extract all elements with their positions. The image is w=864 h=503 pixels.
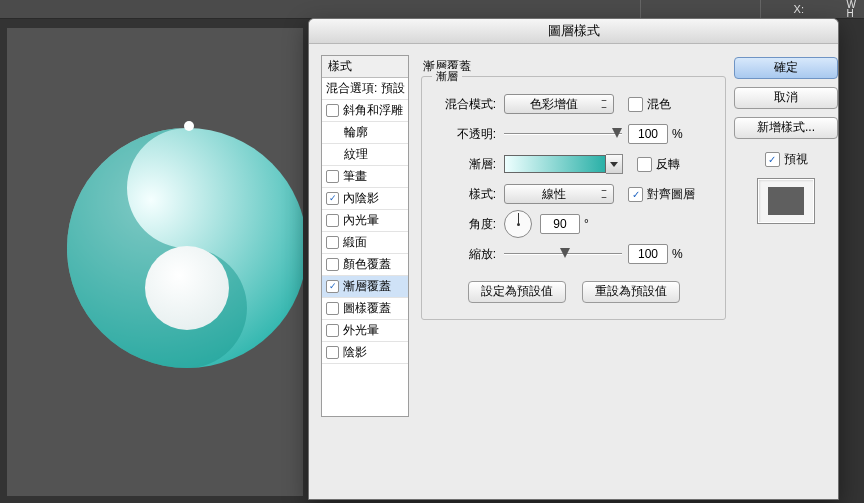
preview-swatch (757, 178, 815, 224)
options-bar: X: WH (0, 0, 864, 19)
make-default-button[interactable]: 設定為預設值 (468, 281, 566, 303)
effect-outer-glow[interactable]: 外光暈 (322, 320, 408, 342)
opacity-input[interactable]: 100 (628, 124, 668, 144)
cancel-button[interactable]: 取消 (734, 87, 838, 109)
effect-contour[interactable]: 輪廓 (322, 122, 408, 144)
effect-inner-shadow[interactable]: 內陰影 (322, 188, 408, 210)
dialog-side-buttons: 確定 取消 新增樣式... 預視 (746, 57, 826, 224)
app-stage: X: WH 圖層樣式 樣式 混合選 (0, 0, 864, 503)
effect-pattern-overlay[interactable]: 圖樣覆蓋 (322, 298, 408, 320)
effect-texture[interactable]: 紋理 (322, 144, 408, 166)
document-canvas[interactable] (7, 28, 303, 496)
blending-options-row[interactable]: 混合選項: 預設 (322, 78, 408, 100)
section-heading: 漸層覆蓋 (423, 59, 726, 74)
reverse-checkbox[interactable] (637, 157, 652, 172)
effect-inner-glow[interactable]: 內光暈 (322, 210, 408, 232)
ok-button[interactable]: 確定 (734, 57, 838, 79)
opacity-slider[interactable] (504, 127, 622, 141)
gradient-dropdown-icon[interactable] (606, 154, 623, 174)
checkbox-icon[interactable] (326, 280, 339, 293)
angle-label: 角度: (432, 216, 496, 233)
checkbox-icon[interactable] (326, 236, 339, 249)
preview-label: 預視 (784, 151, 808, 168)
checkbox-icon[interactable] (326, 346, 339, 359)
svg-point-1 (184, 121, 194, 131)
percent-label: % (672, 247, 683, 261)
gradient-label: 漸層: (432, 156, 496, 173)
angle-input[interactable]: 90 (540, 214, 580, 234)
styles-list: 樣式 混合選項: 預設 斜角和浮雕 輪廓 紋理 筆畫 內陰影 內光暈 緞面 顏色… (321, 55, 409, 417)
fieldset-legend: 漸層 (432, 69, 462, 84)
blend-mode-label: 混合模式: (432, 96, 496, 113)
scale-label: 縮放: (432, 246, 496, 263)
checkbox-icon[interactable] (326, 324, 339, 337)
layer-style-dialog: 圖層樣式 樣式 混合選項: 預設 斜角和浮雕 輪廓 紋理 筆畫 內陰影 內光暈 … (308, 18, 839, 500)
percent-label: % (672, 127, 683, 141)
reverse-label: 反轉 (656, 156, 680, 173)
gradient-fieldset: 漸層 混合模式: 色彩增值 混色 不透明: 100 % 漸層: (421, 76, 726, 320)
scale-slider[interactable] (504, 247, 622, 261)
angle-dial[interactable] (504, 210, 532, 238)
x-coordinate-label: X: (794, 3, 804, 15)
effect-stroke[interactable]: 筆畫 (322, 166, 408, 188)
align-checkbox[interactable] (628, 187, 643, 202)
opacity-label: 不透明: (432, 126, 496, 143)
effect-color-overlay[interactable]: 顏色覆蓋 (322, 254, 408, 276)
gradient-swatch[interactable] (504, 155, 606, 173)
new-style-button[interactable]: 新增樣式... (734, 117, 838, 139)
degree-label: ° (584, 217, 589, 231)
style-select[interactable]: 線性 (504, 184, 614, 204)
align-label: 對齊圖層 (647, 186, 695, 203)
reset-default-button[interactable]: 重設為預設值 (582, 281, 680, 303)
artwork-preview (67, 98, 303, 398)
wh-labels: WH (847, 0, 856, 18)
blend-mode-select[interactable]: 色彩增值 (504, 94, 614, 114)
effect-gradient-overlay[interactable]: 漸層覆蓋 (322, 276, 408, 298)
effect-satin[interactable]: 緞面 (322, 232, 408, 254)
effect-bevel[interactable]: 斜角和浮雕 (322, 100, 408, 122)
dither-checkbox[interactable] (628, 97, 643, 112)
dialog-title: 圖層樣式 (309, 19, 838, 44)
checkbox-icon[interactable] (326, 170, 339, 183)
scale-input[interactable]: 100 (628, 244, 668, 264)
checkbox-icon[interactable] (326, 192, 339, 205)
checkbox-icon[interactable] (326, 104, 339, 117)
checkbox-icon[interactable] (326, 258, 339, 271)
dither-label: 混色 (647, 96, 671, 113)
gradient-overlay-settings: 漸層覆蓋 漸層 混合模式: 色彩增值 混色 不透明: 100 % (421, 59, 726, 409)
style-label: 樣式: (432, 186, 496, 203)
checkbox-icon[interactable] (326, 302, 339, 315)
svg-point-2 (145, 246, 229, 330)
effect-drop-shadow[interactable]: 陰影 (322, 342, 408, 364)
checkbox-icon[interactable] (326, 214, 339, 227)
styles-header[interactable]: 樣式 (322, 56, 408, 78)
preview-checkbox[interactable] (765, 152, 780, 167)
